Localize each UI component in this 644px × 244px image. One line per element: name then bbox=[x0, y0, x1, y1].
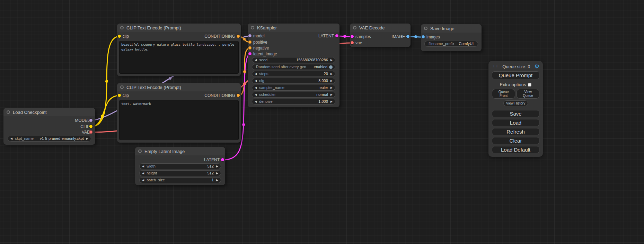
next-value-arrow-icon[interactable]: ▶ bbox=[330, 87, 333, 89]
collapse-dot-icon[interactable] bbox=[7, 110, 10, 114]
model-output-dot[interactable] bbox=[89, 119, 92, 122]
comfy-menu-panel[interactable]: ⋮⋮ Queue size: 0 ⚙ Queue Prompt Extra op… bbox=[488, 61, 543, 157]
samples-input-dot[interactable] bbox=[351, 35, 354, 38]
clip-input-dot[interactable] bbox=[118, 94, 121, 97]
node-empty-latent-image[interactable]: Empty Latent Image LATENT ◀ width 512 ▶ … bbox=[135, 147, 225, 185]
collapse-dot-icon[interactable] bbox=[120, 26, 124, 29]
prev-value-arrow-icon[interactable]: ◀ bbox=[255, 93, 257, 96]
next-value-arrow-icon[interactable]: ▶ bbox=[216, 165, 218, 168]
collapse-dot-icon[interactable] bbox=[353, 26, 356, 29]
node-ksampler[interactable]: KSampler model positive negative latent_… bbox=[248, 24, 339, 107]
widget-value: v1-5-pruned-emaonly.ckpt bbox=[40, 137, 84, 141]
width-widget[interactable]: ◀ width 512 ▶ bbox=[139, 163, 221, 169]
toggle-dot-icon[interactable] bbox=[329, 65, 333, 69]
next-value-arrow-icon[interactable]: ▶ bbox=[330, 80, 333, 82]
vae-output-dot[interactable] bbox=[89, 130, 92, 134]
widget-value: 512 bbox=[207, 164, 213, 168]
sampler-name-widget[interactable]: ◀ sampler_name euler ▶ bbox=[252, 85, 335, 91]
latent-output-dot[interactable] bbox=[335, 34, 338, 37]
conditioning-output-label: CONDITIONING bbox=[204, 34, 235, 39]
negative-prompt-textarea[interactable]: text, watermark bbox=[119, 100, 239, 140]
collapse-dot-icon[interactable] bbox=[251, 26, 254, 29]
node-clip-text-encode-positive[interactable]: CLIP Text Encode (Prompt) clip CONDITION… bbox=[117, 24, 241, 76]
node-title-bar[interactable]: CLIP Text Encode (Prompt) bbox=[117, 83, 241, 91]
filename-prefix-widget[interactable]: filename_prefix ComfyUI bbox=[424, 41, 478, 47]
collapse-dot-icon[interactable] bbox=[138, 150, 142, 153]
widget-value: euler bbox=[319, 86, 328, 90]
steps-widget[interactable]: ◀ steps 20 ▶ bbox=[252, 71, 335, 77]
widget-label: denoise bbox=[259, 100, 273, 103]
next-value-arrow-icon[interactable]: ▶ bbox=[86, 137, 88, 140]
model-input-dot[interactable] bbox=[248, 34, 252, 37]
seed-widget[interactable]: ◀ seed 156680208700286 ▶ bbox=[252, 57, 335, 63]
queue-front-button[interactable]: Queue Front bbox=[492, 89, 515, 99]
latent-output-dot[interactable] bbox=[221, 158, 224, 161]
view-queue-button[interactable]: View Queue bbox=[517, 89, 539, 99]
node-title-bar[interactable]: Load Checkpoint bbox=[3, 108, 95, 116]
node-title-bar[interactable]: Empty Latent Image bbox=[135, 147, 225, 155]
ckpt-name-widget[interactable]: ◀ ckpt_name v1-5-pruned-emaonly.ckpt ▶ bbox=[8, 136, 91, 142]
prev-value-arrow-icon[interactable]: ◀ bbox=[10, 137, 12, 140]
next-value-arrow-icon[interactable]: ▶ bbox=[216, 179, 218, 182]
clip-output-label: CLIP bbox=[80, 124, 90, 129]
cfg-widget[interactable]: ◀ cfg 8.000 ▶ bbox=[252, 78, 335, 84]
extra-options-checkbox[interactable] bbox=[528, 83, 531, 87]
conditioning-output-dot[interactable] bbox=[237, 94, 240, 97]
view-history-button[interactable]: View History bbox=[503, 100, 528, 106]
conditioning-output-dot[interactable] bbox=[237, 35, 240, 38]
node-graph-canvas[interactable]: Load Checkpoint MODEL CLIP VAE ◀ ckpt_na… bbox=[0, 0, 644, 244]
prev-value-arrow-icon[interactable]: ◀ bbox=[255, 73, 257, 75]
load-button[interactable]: Load bbox=[492, 119, 539, 126]
node-clip-text-encode-negative[interactable]: CLIP Text Encode (Prompt) clip CONDITION… bbox=[117, 83, 241, 143]
random-seed-toggle-widget[interactable]: Random seed after every gen enabled bbox=[252, 64, 335, 70]
positive-input-dot[interactable] bbox=[248, 40, 252, 44]
collapse-dot-icon[interactable] bbox=[424, 27, 427, 30]
vae-input-dot[interactable] bbox=[351, 41, 354, 44]
collapse-dot-icon[interactable] bbox=[120, 85, 124, 89]
denoise-widget[interactable]: ◀ denoise 1.000 ▶ bbox=[252, 99, 335, 105]
settings-gear-icon[interactable]: ⚙ bbox=[535, 64, 539, 69]
prev-value-arrow-icon[interactable]: ◀ bbox=[255, 59, 257, 62]
prev-value-arrow-icon[interactable]: ◀ bbox=[255, 87, 257, 89]
images-input-dot[interactable] bbox=[422, 35, 425, 38]
next-value-arrow-icon[interactable]: ▶ bbox=[330, 73, 333, 75]
refresh-button[interactable]: Refresh bbox=[492, 128, 539, 135]
drag-handle-icon[interactable]: ⋮⋮ bbox=[492, 64, 498, 69]
widget-value: 156680208700286 bbox=[296, 58, 328, 62]
prev-value-arrow-icon[interactable]: ◀ bbox=[142, 172, 144, 175]
node-title-bar[interactable]: CLIP Text Encode (Prompt) bbox=[117, 24, 241, 32]
node-load-checkpoint[interactable]: Load Checkpoint MODEL CLIP VAE ◀ ckpt_na… bbox=[3, 108, 95, 145]
node-save-image[interactable]: Save Image images filename_prefix ComfyU… bbox=[421, 24, 482, 51]
latent-image-input-dot[interactable] bbox=[248, 52, 252, 55]
next-value-arrow-icon[interactable]: ▶ bbox=[330, 93, 333, 96]
clip-output-dot[interactable] bbox=[89, 125, 92, 128]
next-value-arrow-icon[interactable]: ▶ bbox=[216, 172, 218, 175]
clip-input-dot[interactable] bbox=[118, 35, 121, 38]
load-default-button[interactable]: Load Default bbox=[492, 146, 539, 153]
conditioning-output-label: CONDITIONING bbox=[204, 93, 235, 98]
image-output-label: IMAGE bbox=[391, 34, 405, 39]
clear-button[interactable]: Clear bbox=[492, 137, 539, 144]
images-input-label: images bbox=[426, 35, 440, 39]
negative-input-dot[interactable] bbox=[248, 46, 252, 49]
next-value-arrow-icon[interactable]: ▶ bbox=[330, 59, 333, 62]
image-output-dot[interactable] bbox=[406, 35, 409, 38]
node-title-bar[interactable]: Save Image bbox=[421, 24, 482, 33]
node-title-bar[interactable]: VAE Decode bbox=[350, 24, 411, 32]
node-title-bar[interactable]: KSampler bbox=[248, 24, 339, 32]
latent-output-label: LATENT bbox=[318, 34, 334, 38]
prev-value-arrow-icon[interactable]: ◀ bbox=[142, 179, 144, 182]
prev-value-arrow-icon[interactable]: ◀ bbox=[255, 100, 257, 103]
node-vae-decode[interactable]: VAE Decode samples vae IMAGE bbox=[350, 24, 411, 47]
height-widget[interactable]: ◀ height 512 ▶ bbox=[139, 170, 221, 176]
widget-label: Random seed after every gen bbox=[256, 65, 306, 69]
scheduler-widget[interactable]: ◀ scheduler normal ▶ bbox=[252, 92, 335, 98]
prev-value-arrow-icon[interactable]: ◀ bbox=[255, 80, 257, 82]
prev-value-arrow-icon[interactable]: ◀ bbox=[142, 165, 144, 168]
next-value-arrow-icon[interactable]: ▶ bbox=[330, 100, 333, 103]
queue-prompt-button[interactable]: Queue Prompt bbox=[492, 71, 539, 79]
positive-prompt-textarea[interactable]: beautiful scenery nature glass bottle la… bbox=[119, 41, 239, 74]
node-title: VAE Decode bbox=[359, 25, 385, 30]
batch-size-widget[interactable]: ◀ batch_size 1 ▶ bbox=[139, 177, 221, 183]
save-button[interactable]: Save bbox=[492, 110, 539, 117]
